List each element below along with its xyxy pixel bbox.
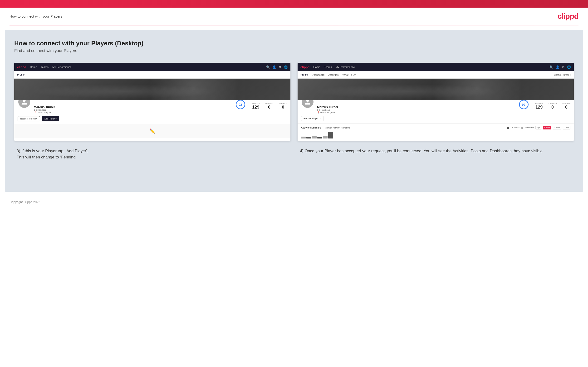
left-tab-profile[interactable]: Profile — [17, 71, 25, 78]
description-right: 4) Once your Player has accepted your re… — [298, 148, 574, 160]
descriptions-row: 3) If this is your Player tap, 'Add Play… — [14, 148, 574, 160]
right-tab-profile[interactable]: Profile — [300, 71, 308, 78]
right-nav-right: 🔍 👤 ⚙ 🌐 — [549, 65, 571, 69]
main-title: How to connect with your Players (Deskto… — [14, 40, 574, 47]
left-pencil-area: ✏️ — [14, 124, 290, 138]
right-stat-followers: Followers 0 — [548, 102, 557, 110]
settings-icon[interactable]: ⚙ — [278, 65, 281, 69]
right-user-icon[interactable]: 👤 — [556, 65, 560, 69]
right-location: 📍 United Kingdom — [317, 111, 338, 114]
left-player-name: Marcus Turner — [34, 105, 55, 109]
off-course-legend — [521, 127, 523, 129]
right-activity-summary: Activity Summary Monthly Activity - 6 Mo… — [298, 123, 574, 141]
on-course-legend — [507, 127, 509, 129]
close-icon: ✕ — [319, 117, 321, 120]
right-settings-icon[interactable]: ⚙ — [562, 65, 565, 69]
chart-bar-6 — [328, 132, 333, 139]
main-subtitle: Find and connect with your Players — [14, 49, 574, 53]
right-nav-home[interactable]: Home — [313, 66, 320, 68]
right-tabs: Profile Dashboard Activities What To On … — [298, 71, 574, 79]
left-profile: Marcus Turner 1-5 Handicap 📍 United King… — [14, 100, 290, 124]
left-hero — [14, 79, 290, 100]
left-buttons: Request to Follow Add Player + — [17, 116, 287, 121]
left-nav-logo: clippd — [17, 65, 26, 69]
activity-filters: On course Off course 1 yr 6 mths 3 mths … — [507, 126, 571, 129]
logo: clippd — [558, 12, 579, 21]
quality-circle: 92 — [236, 100, 245, 109]
activity-chart — [301, 131, 571, 139]
description-right-text: 4) Once your Player has accepted your re… — [300, 148, 571, 154]
activity-title: Activity Summary — [301, 126, 321, 129]
activity-period: Monthly Activity - 6 Months — [325, 127, 350, 129]
right-quality-circle: 92 — [519, 100, 528, 109]
chart-bar-3 — [312, 136, 317, 139]
left-nav-home[interactable]: Home — [30, 66, 37, 68]
search-icon[interactable]: 🔍 — [266, 65, 270, 69]
right-location-icon: 📍 — [317, 111, 320, 114]
description-left: 3) If this is your Player tap, 'Add Play… — [14, 148, 290, 160]
remove-player-button[interactable]: Remove Player ✕ — [301, 116, 324, 121]
left-handicap: 1-5 Handicap — [34, 109, 55, 111]
header-divider — [9, 25, 579, 25]
left-tabs: Profile — [14, 71, 290, 79]
right-search-icon[interactable]: 🔍 — [549, 65, 553, 69]
right-nav-teams[interactable]: Teams — [324, 66, 332, 68]
chart-bar-5 — [323, 136, 328, 139]
left-hero-overlay — [14, 79, 290, 100]
screenshots-row: clippd Home Teams My Performance 🔍 👤 ⚙ 🌐… — [14, 63, 574, 141]
header: How to connect with your Players clippd — [0, 8, 588, 25]
activity-header: Activity Summary Monthly Activity - 6 Mo… — [301, 126, 571, 129]
add-player-button[interactable]: Add Player + — [42, 116, 59, 121]
right-stat-activities: Activities 129 — [535, 102, 543, 110]
left-nav-myperformance[interactable]: My Performance — [52, 66, 72, 68]
filter-1mth[interactable]: 1 mth — [563, 126, 571, 129]
screenshot-left: clippd Home Teams My Performance 🔍 👤 ⚙ 🌐… — [14, 63, 290, 141]
filter-3mths[interactable]: 3 mths — [553, 126, 561, 129]
left-stat-activities: Activities 129 — [252, 102, 259, 110]
legend: On course Off course — [507, 127, 534, 129]
description-left-text: 3) If this is your Player tap, 'Add Play… — [17, 148, 288, 160]
left-location: 📍 United Kingdom — [34, 111, 55, 114]
chart-bar-2 — [306, 137, 311, 139]
right-globe-icon[interactable]: 🌐 — [567, 65, 571, 69]
location-icon: 📍 — [34, 111, 36, 114]
filter-1yr[interactable]: 1 yr — [536, 126, 541, 129]
left-stat-following: Following 0 — [279, 102, 287, 110]
user-icon[interactable]: 👤 — [272, 65, 276, 69]
main-content: How to connect with your Players (Deskto… — [5, 30, 583, 192]
left-stat-followers: Followers 0 — [265, 102, 273, 110]
top-bar — [0, 0, 588, 8]
right-tab-whattoon[interactable]: What To On — [342, 72, 356, 78]
globe-icon[interactable]: 🌐 — [284, 65, 288, 69]
right-hero — [298, 79, 574, 100]
right-player-name: Marcus Turner — [317, 105, 338, 109]
right-nav-myperformance[interactable]: My Performance — [336, 66, 355, 68]
copyright: Copyright Clippd 2022 — [9, 200, 40, 204]
right-tab-dashboard[interactable]: Dashboard — [311, 72, 324, 78]
chart-bar-1 — [301, 137, 306, 139]
page-title: How to connect with your Players — [9, 14, 62, 18]
right-nav: clippd Home Teams My Performance 🔍 👤 ⚙ 🌐 — [298, 63, 574, 71]
screenshot-right: clippd Home Teams My Performance 🔍 👤 ⚙ 🌐… — [298, 63, 574, 141]
right-tab-username: Marcus Turner ▾ — [554, 74, 571, 76]
left-nav-teams[interactable]: Teams — [41, 66, 49, 68]
request-to-follow-button[interactable]: Request to Follow — [17, 116, 40, 121]
pencil-icon: ✏️ — [149, 128, 155, 134]
right-profile: Marcus Turner 1-5 Handicap 📍 United King… — [298, 100, 574, 123]
footer: Copyright Clippd 2022 — [0, 196, 588, 208]
right-buttons: Remove Player ✕ — [301, 116, 571, 121]
left-nav: clippd Home Teams My Performance 🔍 👤 ⚙ 🌐 — [14, 63, 290, 71]
left-nav-right: 🔍 👤 ⚙ 🌐 — [266, 65, 288, 69]
right-hero-overlay — [298, 79, 574, 100]
right-handicap: 1-5 Handicap — [317, 109, 338, 111]
right-stat-following: Following 0 — [562, 102, 571, 110]
filter-6mths[interactable]: 6 mths — [543, 126, 551, 129]
chart-bar-4 — [317, 137, 322, 139]
right-nav-logo: clippd — [300, 65, 310, 69]
right-tab-activities[interactable]: Activities — [328, 72, 338, 78]
